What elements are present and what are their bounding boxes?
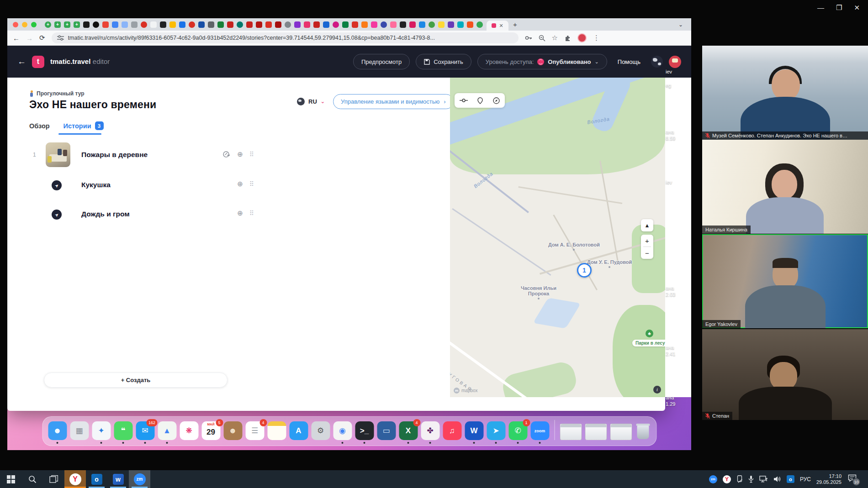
dock-finder[interactable]: ☻ <box>48 421 67 440</box>
map-marker-1[interactable]: 1 <box>577 263 592 278</box>
dock-notes[interactable] <box>267 421 286 440</box>
password-key-icon[interactable] <box>525 35 532 41</box>
dock-launchpad[interactable]: ▦ <box>70 421 89 440</box>
story-title[interactable]: Дождь и гром <box>81 210 130 218</box>
extensions-icon[interactable] <box>564 35 571 42</box>
dock-settings[interactable]: ⚙ <box>311 421 330 440</box>
dock-reminders[interactable]: ☰4 <box>245 421 264 440</box>
minimize-button[interactable]: — <box>817 4 824 12</box>
taskbar-zoom[interactable]: zm <box>129 470 150 488</box>
dock-whatsapp[interactable]: ✆1 <box>508 421 527 440</box>
taskbar-word[interactable]: w <box>107 470 129 488</box>
dock-terminal[interactable]: >_ <box>355 421 374 440</box>
browser-menu-icon[interactable]: ⋮ <box>593 34 600 42</box>
close-button[interactable]: ✕ <box>854 4 860 12</box>
taskbar-outlook[interactable]: o <box>86 470 107 488</box>
dock-mail[interactable]: ✉162 <box>136 421 154 440</box>
route-tool-icon[interactable] <box>460 98 468 103</box>
tray-network-icon[interactable] <box>759 476 768 483</box>
language-selector[interactable]: RU <box>308 98 317 105</box>
dock-photos[interactable]: ❋ <box>180 421 198 440</box>
taskbar-yandex-browser[interactable]: Y <box>64 470 86 488</box>
url-text[interactable]: tmatic.travel/ru/cms/activity/89f63316-6… <box>68 35 435 41</box>
participant-tile[interactable]: Степан <box>702 329 868 420</box>
participant-tile[interactable]: Музей Семёнково. Степан Анкудинов. Эхо Н… <box>702 46 868 140</box>
dock-trash[interactable] <box>635 422 651 440</box>
story-thumbnail[interactable] <box>46 142 70 167</box>
tray-volume-icon[interactable] <box>773 476 781 483</box>
dock-slack[interactable]: ✤ <box>421 421 439 440</box>
tray-language[interactable]: РУС <box>800 476 811 483</box>
globe-icon[interactable]: ⊕ <box>237 209 243 217</box>
forward-button[interactable]: → <box>26 34 33 42</box>
preview-button[interactable]: Предпросмотр <box>353 54 410 69</box>
tray-zoom-icon[interactable]: zm <box>709 475 717 483</box>
help-button[interactable]: Помощь <box>618 58 640 65</box>
language-chevron-icon[interactable]: ⌄ <box>321 99 325 105</box>
dock-excel[interactable]: X4 <box>399 421 418 440</box>
minimized-window-thumb[interactable] <box>560 424 582 440</box>
task-view-button[interactable] <box>43 470 64 488</box>
map-info-button[interactable]: i <box>653 386 661 394</box>
create-story-button[interactable]: + Создать <box>44 373 228 388</box>
dock-contacts[interactable]: ☻ <box>223 421 242 440</box>
compass-tool-icon[interactable] <box>493 97 500 104</box>
map[interactable]: Вологда Вологда Дом А. Е. Болотовой Дом … <box>450 78 665 397</box>
dock-telegram[interactable]: ➤ <box>487 421 505 440</box>
dock-zoom[interactable]: zoom <box>530 421 549 440</box>
drag-handle[interactable]: ⠿ <box>249 180 254 188</box>
tab-overview[interactable]: Обзор <box>29 121 50 130</box>
site-settings-icon[interactable] <box>57 35 64 41</box>
dock-word[interactable]: W <box>465 421 483 440</box>
back-button[interactable]: ← <box>13 34 20 42</box>
minimized-window-thumb[interactable] <box>610 424 632 440</box>
story-row[interactable]: 1 Пожары в деревне ⊕ ⠿ <box>46 142 228 168</box>
dock-music[interactable]: ♫ <box>443 421 461 440</box>
dock-maps[interactable]: ▲ <box>158 421 176 440</box>
map-compass-button[interactable]: ▲ <box>641 219 653 231</box>
minimized-window-thumb[interactable] <box>585 424 607 440</box>
participant-tile-active-speaker[interactable]: Egor Yakovlev <box>702 234 868 328</box>
start-button[interactable] <box>0 470 21 488</box>
tray-mic-icon[interactable] <box>748 475 754 483</box>
tmatic-logo[interactable]: t <box>32 56 44 68</box>
participant-tile[interactable]: Наталья Киршина <box>702 140 868 234</box>
reload-button[interactable]: ⟳ <box>39 34 45 42</box>
profile-avatar[interactable] <box>577 33 587 42</box>
dock-messages[interactable]: ❝ <box>114 421 132 440</box>
zoom-out-button[interactable]: − <box>641 247 653 259</box>
tray-clock[interactable]: 17:10 29.05.2025 <box>816 473 842 485</box>
tray-outlook-icon[interactable]: o <box>787 475 794 483</box>
dock-calendar[interactable]: МАЙ295 <box>201 421 220 440</box>
globe-icon[interactable]: ⊕ <box>237 180 243 188</box>
dock-chrome[interactable]: ◉ <box>333 421 352 440</box>
tab-stories[interactable]: Истории 3 <box>64 121 104 130</box>
notification-center-button[interactable]: 10 <box>848 474 857 484</box>
manage-languages-button[interactable]: Управление языками и видимостью › <box>333 94 454 109</box>
edit-route-icon[interactable] <box>223 151 231 158</box>
access-level-dropdown[interactable]: Уровень доступа: Опубликовано ⌄ <box>477 54 607 69</box>
story-row[interactable]: ➤ Дождь и гром ⊕ ⠿ <box>46 202 228 227</box>
site-language-icon[interactable] <box>651 56 663 68</box>
maximize-button[interactable]: ❐ <box>836 4 842 12</box>
dock-appstore[interactable]: A <box>289 421 308 440</box>
story-title[interactable]: Кукушка <box>81 181 111 189</box>
address-bar[interactable]: tmatic.travel/ru/cms/activity/89f63316-6… <box>52 32 519 43</box>
bookmark-star-icon[interactable]: ☆ <box>552 34 558 42</box>
pin-tool-icon[interactable] <box>477 97 483 104</box>
drag-handle[interactable]: ⠿ <box>249 151 254 158</box>
dock-display[interactable]: ▭ <box>377 421 396 440</box>
save-button[interactable]: Сохранить <box>416 54 471 69</box>
dock-safari[interactable]: ✦ <box>92 421 111 440</box>
tray-yandex-icon[interactable]: Y <box>723 475 731 483</box>
story-title[interactable]: Пожары в деревне <box>81 151 148 159</box>
drag-handle[interactable]: ⠿ <box>249 210 254 217</box>
globe-icon[interactable]: ⊕ <box>237 150 243 158</box>
zoom-page-icon[interactable] <box>539 35 545 42</box>
taskbar-search-button[interactable] <box>21 470 43 488</box>
tray-device-icon[interactable] <box>736 475 743 483</box>
story-row[interactable]: ➤ Кукушка ⊕ ⠿ <box>46 173 228 198</box>
zoom-in-button[interactable]: + <box>641 235 653 247</box>
editor-back-button[interactable]: ← <box>17 57 26 67</box>
park-pin-icon[interactable]: ♣ <box>646 330 653 337</box>
